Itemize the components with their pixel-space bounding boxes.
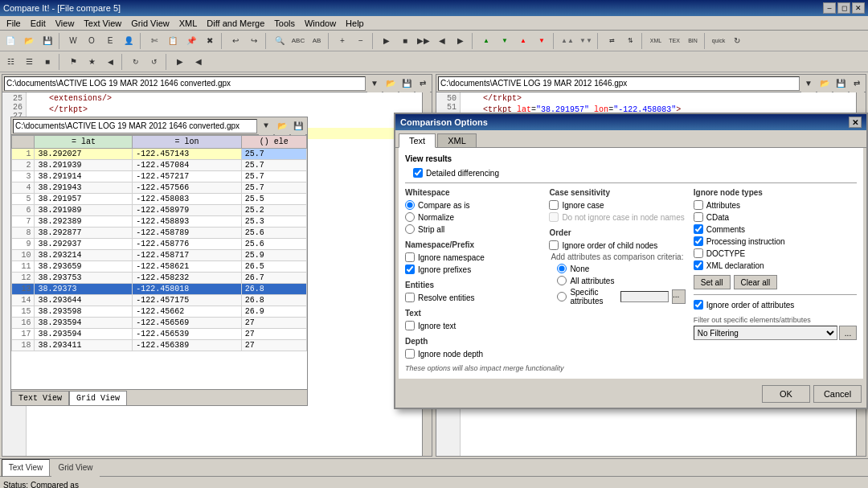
tab-text-view[interactable]: Text View bbox=[11, 391, 69, 405]
col-ele-header[interactable]: () ele bbox=[241, 136, 306, 149]
table-row[interactable]: 1338.29373-122.45801826.8 bbox=[12, 284, 307, 295]
processing-instruction-checkbox[interactable] bbox=[694, 236, 703, 246]
left-open-btn[interactable]: 📂 bbox=[383, 75, 398, 92]
btn-g4[interactable]: ▼ bbox=[533, 32, 551, 50]
play-btn[interactable]: ▶ bbox=[378, 32, 395, 50]
table-row[interactable]: 1438.293644-122.45717526.8 bbox=[12, 295, 307, 306]
table-row[interactable]: 1238.293753-122.45823226.7 bbox=[12, 273, 307, 284]
grid-view-tab-btn[interactable]: Grid View bbox=[51, 459, 100, 477]
tab-grid-view[interactable]: Grid View bbox=[69, 391, 127, 405]
ignore-order-attributes-checkbox[interactable] bbox=[694, 300, 703, 310]
btn3[interactable]: W bbox=[64, 32, 82, 50]
table-row[interactable]: 1038.293214-122.45871725.9 bbox=[12, 250, 307, 261]
filter-select[interactable]: No Filtering bbox=[694, 326, 837, 340]
star-btn[interactable]: ★ bbox=[83, 53, 100, 71]
menu-diffmerge[interactable]: Diff and Merge bbox=[202, 18, 269, 29]
btn-t1[interactable]: ☰ bbox=[20, 53, 38, 71]
btn-t3[interactable]: ◀ bbox=[101, 53, 119, 71]
grid-open-btn[interactable]: 📂 bbox=[275, 117, 289, 135]
btn-h1[interactable]: ▲▲ bbox=[559, 32, 576, 50]
stop-btn[interactable]: ■ bbox=[396, 32, 414, 50]
table-row[interactable]: 338.291914-122.45721725.7 bbox=[12, 171, 307, 182]
minimize-button[interactable]: – bbox=[823, 2, 836, 14]
ignore-node-depth-checkbox[interactable] bbox=[405, 349, 415, 359]
find-btn[interactable]: 🔍 bbox=[271, 32, 289, 50]
specific-attributes-browse[interactable]: ... bbox=[672, 289, 686, 304]
redo-btn[interactable]: ↪ bbox=[245, 32, 263, 50]
col-lon-header[interactable]: = lon bbox=[133, 136, 241, 149]
delete-btn[interactable]: ✖ bbox=[201, 32, 219, 50]
table-row[interactable]: 738.292389-122.45889325.3 bbox=[12, 216, 307, 228]
open-btn[interactable]: 📂 bbox=[20, 32, 38, 50]
btn-xml3[interactable]: BIN bbox=[684, 32, 702, 50]
btn-g2[interactable]: ▼ bbox=[496, 32, 514, 50]
btn-t5[interactable]: ↺ bbox=[145, 53, 163, 71]
zoom-in-btn[interactable]: + bbox=[334, 32, 351, 50]
btn-q[interactable]: quick bbox=[710, 32, 727, 50]
specific-attributes-field[interactable] bbox=[620, 291, 669, 302]
menu-window[interactable]: Window bbox=[300, 18, 341, 29]
table-row[interactable]: 938.292937-122.45877625.6 bbox=[12, 239, 307, 250]
left-save-btn[interactable]: 💾 bbox=[399, 75, 414, 92]
tab-text[interactable]: Text bbox=[399, 133, 436, 148]
col-lat-header[interactable]: = lat bbox=[35, 136, 133, 149]
btn-i2[interactable]: ⇅ bbox=[621, 32, 639, 50]
strip-all-radio[interactable] bbox=[405, 224, 415, 234]
all-attributes-radio[interactable] bbox=[557, 276, 567, 285]
menu-tools[interactable]: Tools bbox=[269, 18, 300, 29]
close-button[interactable]: ✕ bbox=[852, 2, 865, 14]
save-btn[interactable]: 💾 bbox=[39, 32, 56, 50]
ignore-text-checkbox[interactable] bbox=[405, 321, 415, 330]
menu-gridview[interactable]: Grid View bbox=[126, 18, 174, 29]
btn-t7[interactable]: ◀ bbox=[190, 53, 207, 71]
table-row[interactable]: 1838.293411-122.45638927 bbox=[12, 340, 307, 351]
new-btn[interactable]: 📄 bbox=[2, 32, 19, 50]
detailed-diff-checkbox[interactable] bbox=[413, 168, 423, 178]
btn-t2[interactable]: ■ bbox=[39, 53, 56, 71]
table-row[interactable]: 1738.293594-122.45653927 bbox=[12, 329, 307, 340]
btn6[interactable]: 👤 bbox=[120, 32, 137, 50]
none-radio[interactable] bbox=[557, 264, 567, 273]
table-row[interactable]: 438.291943-122.45756625.7 bbox=[12, 182, 307, 194]
right-open-btn[interactable]: 📂 bbox=[817, 75, 832, 92]
right-swap-btn[interactable]: ⇄ bbox=[850, 75, 864, 92]
btn-h2[interactable]: ▼▼ bbox=[577, 32, 595, 50]
do-not-ignore-checkbox[interactable] bbox=[549, 212, 559, 222]
btn-xml2[interactable]: TEX bbox=[665, 32, 683, 50]
attributes-checkbox[interactable] bbox=[694, 200, 703, 210]
btn-b[interactable]: AB bbox=[308, 32, 326, 50]
menu-xml[interactable]: XML bbox=[174, 18, 203, 29]
btn-r[interactable]: ↻ bbox=[728, 32, 746, 50]
ignore-child-nodes-checkbox[interactable] bbox=[549, 240, 559, 250]
left-browse-btn[interactable]: ▼ bbox=[367, 75, 382, 92]
comments-checkbox[interactable] bbox=[694, 224, 703, 234]
btn4[interactable]: O bbox=[83, 32, 100, 50]
right-save-btn[interactable]: 💾 bbox=[833, 75, 848, 92]
ignore-namespace-checkbox[interactable] bbox=[405, 252, 415, 262]
paste-btn[interactable]: 📌 bbox=[182, 32, 200, 50]
grid-btn[interactable]: ☷ bbox=[2, 53, 19, 71]
btn-t6[interactable]: ▶ bbox=[171, 53, 189, 71]
clear-all-button[interactable]: Clear all bbox=[734, 275, 778, 289]
prev-btn[interactable]: ◀ bbox=[433, 32, 451, 50]
doctype-checkbox[interactable] bbox=[694, 248, 703, 258]
table-row[interactable]: 538.291957-122.45808325.5 bbox=[12, 194, 307, 205]
table-row[interactable]: 138.292027-122.45714325.7 bbox=[12, 149, 307, 160]
table-row[interactable]: 1138.293659-122.45862126.5 bbox=[12, 261, 307, 273]
btn-a[interactable]: ABC bbox=[289, 32, 307, 50]
left-path-input[interactable] bbox=[4, 76, 366, 91]
text-view-tab-btn[interactable]: Text View bbox=[2, 459, 50, 477]
grid-save-btn[interactable]: 💾 bbox=[291, 117, 305, 135]
ok-button[interactable]: OK bbox=[762, 385, 810, 403]
tab-xml[interactable]: XML bbox=[437, 133, 477, 147]
copy-btn[interactable]: 📋 bbox=[164, 32, 182, 50]
table-row[interactable]: 1538.293598-122.4566226.9 bbox=[12, 306, 307, 318]
menu-edit[interactable]: Edit bbox=[26, 18, 51, 29]
cancel-button[interactable]: Cancel bbox=[813, 385, 862, 403]
table-row[interactable]: 838.292877-122.45878925.6 bbox=[12, 228, 307, 239]
specific-attributes-radio[interactable] bbox=[557, 292, 567, 301]
grid-path-input[interactable] bbox=[13, 119, 257, 133]
ignore-prefixes-checkbox[interactable] bbox=[405, 265, 415, 274]
flag-btn[interactable]: ⚑ bbox=[64, 53, 82, 71]
btn5[interactable]: E bbox=[101, 32, 119, 50]
